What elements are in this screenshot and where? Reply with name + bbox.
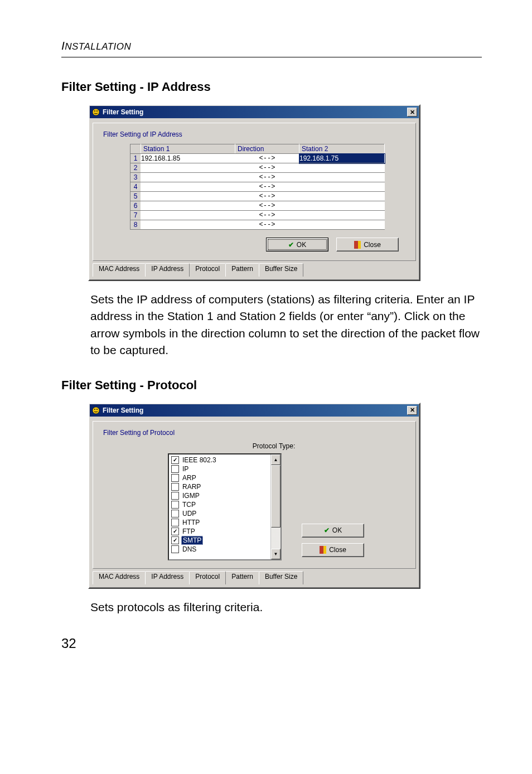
- scroll-track[interactable]: [271, 465, 280, 549]
- list-item[interactable]: DNS: [171, 545, 270, 554]
- list-item[interactable]: IEEE 802.3: [171, 456, 270, 465]
- header-direction[interactable]: Direction: [235, 144, 299, 154]
- direction-cell[interactable]: <-->: [235, 201, 299, 211]
- list-item[interactable]: ARP: [171, 473, 270, 482]
- header-rule: [61, 57, 482, 57]
- checkbox[interactable]: [171, 545, 179, 553]
- station1-cell[interactable]: [141, 220, 235, 230]
- station1-cell[interactable]: [141, 173, 235, 182]
- row-number: 4: [130, 182, 141, 192]
- table-row[interactable]: 8<-->: [130, 220, 385, 230]
- station1-cell[interactable]: [141, 211, 235, 220]
- table-row[interactable]: 3<-->: [130, 173, 385, 182]
- tab-protocol[interactable]: Protocol: [189, 263, 226, 277]
- list-item[interactable]: FTP: [171, 527, 270, 536]
- direction-cell[interactable]: <-->: [235, 182, 299, 192]
- ok-button[interactable]: ✔ OK: [266, 238, 328, 251]
- station1-cell[interactable]: [141, 201, 235, 211]
- list-item-label: IP: [181, 465, 190, 473]
- checkbox[interactable]: [171, 536, 179, 544]
- direction-cell[interactable]: <-->: [235, 163, 299, 173]
- section-title-protocol: Filter Setting - Protocol: [61, 378, 482, 393]
- table-row[interactable]: 7<-->: [130, 211, 385, 220]
- list-item[interactable]: SMTP: [171, 536, 270, 545]
- list-item[interactable]: IGMP: [171, 491, 270, 500]
- tab-mac-address[interactable]: MAC Address: [93, 571, 146, 584]
- checkbox[interactable]: [171, 492, 179, 500]
- close-button[interactable]: Close: [302, 543, 364, 557]
- table-row[interactable]: 4<-->: [130, 182, 385, 192]
- station1-cell[interactable]: 192.168.1.85: [141, 154, 235, 163]
- station2-cell[interactable]: [299, 201, 385, 211]
- scroll-down-icon[interactable]: ▼: [271, 549, 280, 559]
- station2-cell[interactable]: [299, 192, 385, 201]
- station2-cell[interactable]: [299, 163, 385, 173]
- scroll-thumb[interactable]: [271, 465, 280, 528]
- list-item-label: TCP: [181, 501, 197, 509]
- ok-button[interactable]: ✔ OK: [302, 524, 364, 538]
- checkbox[interactable]: [171, 456, 179, 464]
- ip-filter-table[interactable]: Station 1 Direction Station 2 1192.168.1…: [130, 144, 385, 230]
- row-number: 7: [130, 211, 141, 220]
- svg-point-1: [94, 110, 95, 112]
- list-item[interactable]: TCP: [171, 500, 270, 509]
- tab-mac-address[interactable]: MAC Address: [93, 263, 146, 277]
- station1-cell[interactable]: [141, 182, 235, 192]
- direction-cell[interactable]: <-->: [235, 192, 299, 201]
- checkbox[interactable]: [171, 483, 179, 491]
- checkbox[interactable]: [171, 510, 179, 517]
- dialog-title: Filter Setting: [103, 108, 143, 116]
- list-item[interactable]: IP: [171, 465, 270, 473]
- tab-ip-address[interactable]: IP Address: [145, 263, 190, 277]
- direction-cell[interactable]: <-->: [235, 220, 299, 230]
- list-item[interactable]: HTTP: [171, 518, 270, 527]
- group-label-ip: Filter Setting of IP Address: [103, 130, 405, 138]
- checkbox[interactable]: [171, 501, 179, 509]
- door-icon: [320, 546, 326, 554]
- tab-protocol[interactable]: Protocol: [189, 571, 226, 584]
- close-icon[interactable]: ✕: [407, 108, 417, 117]
- svg-point-2: [96, 110, 98, 112]
- scrollbar[interactable]: ▲ ▼: [270, 454, 280, 559]
- direction-cell[interactable]: <-->: [235, 154, 299, 163]
- checkbox[interactable]: [171, 519, 179, 526]
- station2-cell[interactable]: [299, 211, 385, 220]
- list-item[interactable]: UDP: [171, 509, 270, 518]
- door-icon: [354, 241, 361, 249]
- tab-buffer-size[interactable]: Buffer Size: [259, 571, 303, 584]
- checkbox[interactable]: [171, 474, 179, 482]
- scroll-up-icon[interactable]: ▲: [271, 454, 280, 465]
- header-station2[interactable]: Station 2: [299, 144, 385, 154]
- row-number: 6: [130, 201, 141, 211]
- tab-pattern[interactable]: Pattern: [225, 571, 259, 584]
- filter-setting-dialog-ip: Filter Setting ✕ Filter Setting of IP Ad…: [88, 104, 420, 281]
- table-row[interactable]: 1192.168.1.85<-->192.168.1.75: [130, 154, 385, 163]
- checkbox[interactable]: [171, 465, 179, 473]
- row-number: 5: [130, 192, 141, 201]
- station2-cell[interactable]: [299, 220, 385, 230]
- station2-cell[interactable]: 192.168.1.75: [299, 154, 385, 163]
- tab-buffer-size[interactable]: Buffer Size: [259, 263, 303, 277]
- table-row[interactable]: 2<-->: [130, 163, 385, 173]
- station1-cell[interactable]: [141, 192, 235, 201]
- header-station1[interactable]: Station 1: [141, 144, 235, 154]
- tab-pattern[interactable]: Pattern: [225, 263, 259, 277]
- station2-cell[interactable]: [299, 173, 385, 182]
- list-item[interactable]: RARP: [171, 482, 270, 491]
- close-button[interactable]: Close: [336, 238, 399, 251]
- close-icon[interactable]: ✕: [407, 406, 417, 415]
- list-item-label: IGMP: [181, 492, 201, 500]
- protocol-listbox[interactable]: IEEE 802.3IPARPRARPIGMPTCPUDPHTTPFTPSMTP…: [168, 453, 282, 560]
- tab-ip-address[interactable]: IP Address: [145, 571, 190, 584]
- direction-cell[interactable]: <-->: [235, 173, 299, 182]
- row-number: 8: [130, 220, 141, 230]
- station2-cell[interactable]: [299, 182, 385, 192]
- direction-cell[interactable]: <-->: [235, 211, 299, 220]
- station1-cell[interactable]: [141, 163, 235, 173]
- table-row[interactable]: 5<-->: [130, 192, 385, 201]
- close-label: Close: [364, 241, 381, 249]
- checkbox[interactable]: [171, 528, 179, 535]
- tab-content-protocol: Filter Setting of Protocol Protocol Type…: [93, 421, 416, 569]
- row-number: 3: [130, 173, 141, 182]
- table-row[interactable]: 6<-->: [130, 201, 385, 211]
